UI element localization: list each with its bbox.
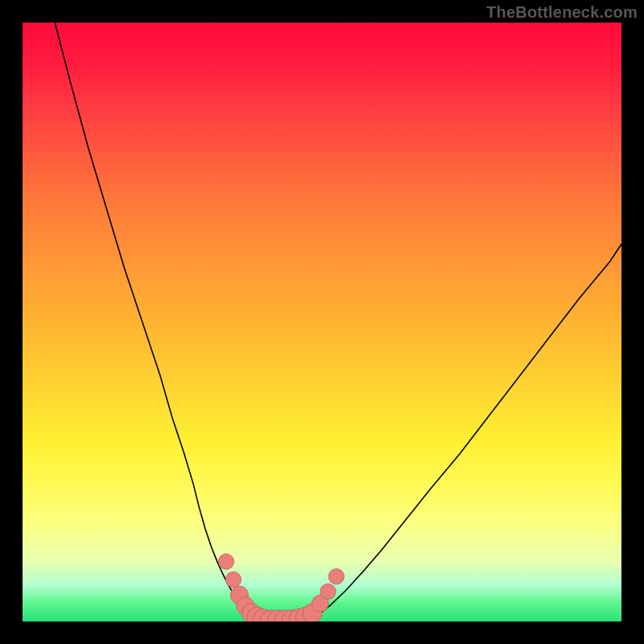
watermark-text: TheBottleneck.com (486, 3, 638, 22)
marker-group (218, 554, 344, 621)
chart-frame: TheBottleneck.com (0, 0, 644, 644)
data-marker (225, 572, 241, 587)
data-marker (218, 554, 233, 569)
data-marker (328, 569, 344, 584)
plot-area (23, 23, 621, 621)
curve-layer (23, 23, 621, 621)
bottleneck-curve-left (55, 23, 258, 621)
bottleneck-curve-right (309, 244, 621, 620)
data-marker (320, 584, 336, 599)
